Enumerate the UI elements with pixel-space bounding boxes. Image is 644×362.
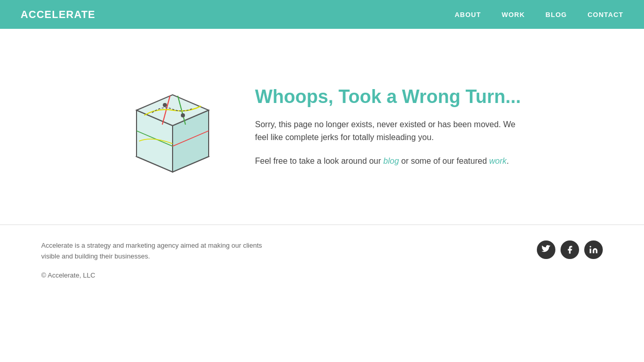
footer-left: Accelerate is a strategy and marketing a… xyxy=(41,240,268,281)
nav-item-about[interactable]: ABOUT xyxy=(454,10,481,19)
facebook-icon[interactable] xyxy=(561,240,579,259)
error-heading: Whoops, Took a Wrong Turn... xyxy=(255,86,523,108)
error-illustration xyxy=(121,69,224,184)
links-middle: or some of our featured xyxy=(399,157,489,165)
footer: Accelerate is a strategy and marketing a… xyxy=(0,225,644,296)
linkedin-icon[interactable] xyxy=(584,240,603,259)
site-logo[interactable]: ACCELERATE xyxy=(21,9,95,21)
footer-description: Accelerate is a strategy and marketing a… xyxy=(41,240,268,262)
work-link[interactable]: work xyxy=(489,157,507,165)
svg-point-7 xyxy=(181,113,185,117)
nav-links: ABOUT WORK BLOG CONTACT xyxy=(454,10,623,19)
nav-link-contact[interactable]: CONTACT xyxy=(587,11,623,19)
links-suffix: . xyxy=(506,157,509,165)
nav-link-work[interactable]: WORK xyxy=(502,11,525,19)
navigation: ACCELERATE ABOUT WORK BLOG CONTACT xyxy=(0,0,644,29)
twitter-icon[interactable] xyxy=(537,240,555,259)
error-links-paragraph: Feel free to take a look around our blog… xyxy=(255,154,523,168)
error-description: Sorry, this page no longer exists, never… xyxy=(255,118,523,144)
main-content: Whoops, Took a Wrong Turn... Sorry, this… xyxy=(0,29,644,225)
footer-copyright: © Accelerate, LLC xyxy=(41,270,268,281)
nav-link-about[interactable]: ABOUT xyxy=(454,11,481,19)
nav-item-contact[interactable]: CONTACT xyxy=(587,10,623,19)
blog-link[interactable]: blog xyxy=(383,157,399,165)
svg-point-6 xyxy=(163,103,167,107)
error-text-container: Whoops, Took a Wrong Turn... Sorry, this… xyxy=(255,86,523,168)
links-prefix: Feel free to take a look around our xyxy=(255,157,383,165)
svg-point-10 xyxy=(590,246,591,248)
nav-item-work[interactable]: WORK xyxy=(502,10,525,19)
nav-item-blog[interactable]: BLOG xyxy=(546,10,567,19)
social-icons xyxy=(537,240,603,259)
nav-link-blog[interactable]: BLOG xyxy=(546,11,567,19)
